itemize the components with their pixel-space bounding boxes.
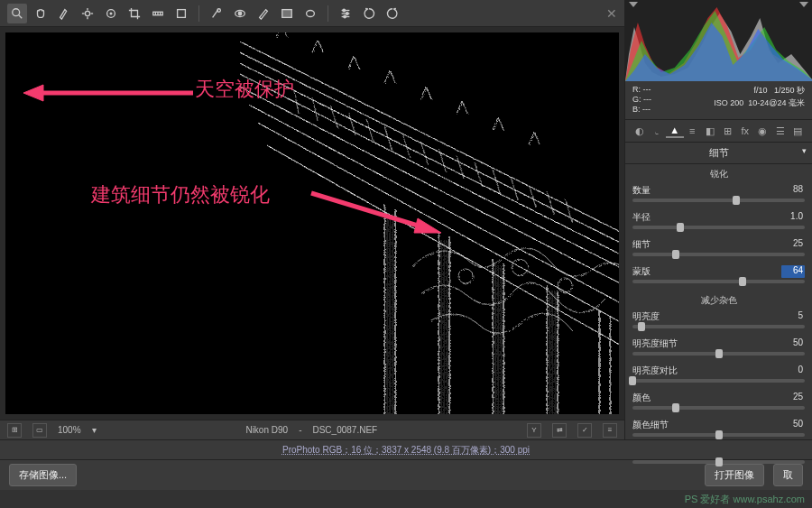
- lum_con-track[interactable]: [632, 379, 805, 383]
- info-readout: R: --- G: --- B: --- f/10 1/250 秒 ISO 20…: [625, 81, 812, 120]
- preferences-tool[interactable]: [336, 4, 355, 23]
- red-eye-tool[interactable]: [230, 4, 250, 23]
- amount-value[interactable]: 88: [781, 184, 805, 197]
- shadow-clip-icon[interactable]: [629, 2, 638, 7]
- luminance-value[interactable]: 5: [781, 310, 805, 323]
- detail-value[interactable]: 25: [781, 238, 805, 251]
- col_smo-thumb[interactable]: [715, 457, 723, 466]
- svg-line-1: [19, 14, 23, 18]
- white-balance-tool[interactable]: [54, 4, 74, 23]
- straighten-tool[interactable]: [148, 4, 168, 23]
- masking-value[interactable]: 64: [781, 265, 805, 278]
- tab-fx-icon[interactable]: fx: [736, 124, 754, 138]
- masking-thumb[interactable]: [739, 277, 746, 286]
- open-image-button[interactable]: 打开图像: [705, 464, 764, 486]
- col_det-track[interactable]: [632, 433, 805, 437]
- targeted-adjustment-tool[interactable]: [101, 4, 121, 23]
- tab-snapshots-icon[interactable]: ▤: [789, 124, 807, 138]
- graduated-filter-tool[interactable]: [277, 4, 297, 23]
- lum_det-value[interactable]: 50: [781, 337, 805, 350]
- luminance-slider[interactable]: 明亮度5: [625, 309, 812, 336]
- col_smo-track[interactable]: [632, 460, 805, 464]
- radius-label: 半径: [632, 211, 651, 224]
- toggle-compare-icon[interactable]: ⇄: [552, 423, 567, 438]
- cancel-button[interactable]: 取: [773, 464, 803, 486]
- spot-removal-tool[interactable]: [207, 4, 226, 23]
- tab-basic-icon[interactable]: ◐: [631, 124, 649, 138]
- view-single-icon[interactable]: ▭: [32, 423, 47, 438]
- tab-presets-icon[interactable]: ☰: [771, 124, 789, 138]
- col_det-label: 颜色细节: [632, 419, 669, 431]
- detail-slider[interactable]: 细节25: [625, 236, 812, 263]
- tab-curve-icon[interactable]: ⦦: [649, 124, 667, 138]
- masking-slider[interactable]: 蒙版64: [625, 263, 812, 291]
- canvas-status-bar: ⊞ ▭ 100%▾ Nikon D90 - DSC_0087.NEF Y ⇄ ✓…: [0, 420, 624, 439]
- panel-tabs: ◐ ⦦ ▲ ≡ ◧ ⊞ fx ◉ ☰ ▤: [625, 120, 812, 143]
- amount-slider[interactable]: 数量88: [625, 182, 812, 209]
- detail-track[interactable]: [632, 253, 805, 256]
- toggle-mark-icon[interactable]: ✓: [577, 423, 592, 438]
- zoom-level[interactable]: 100%: [58, 425, 81, 435]
- svg-point-73: [558, 278, 572, 292]
- color-thumb[interactable]: [672, 403, 679, 412]
- tab-lens-icon[interactable]: ⊞: [719, 124, 737, 138]
- detail-thumb[interactable]: [672, 250, 679, 259]
- svg-line-38: [384, 126, 392, 150]
- svg-line-41: [438, 148, 446, 171]
- adjustment-brush-tool[interactable]: [254, 4, 273, 23]
- view-grid-icon[interactable]: ⊞: [7, 423, 22, 438]
- svg-point-71: [458, 269, 473, 283]
- radius-value[interactable]: 1.0: [781, 211, 805, 224]
- camera-model: Nikon D90: [245, 425, 288, 435]
- masking-track[interactable]: [632, 280, 805, 283]
- svg-line-33: [294, 91, 299, 114]
- rotate-cw-tool[interactable]: [383, 4, 402, 23]
- hand-tool[interactable]: [31, 4, 51, 23]
- crop-tool[interactable]: [125, 4, 144, 23]
- luminance-track[interactable]: [632, 325, 805, 328]
- lum_con-thumb[interactable]: [629, 376, 636, 385]
- histogram[interactable]: [625, 0, 812, 81]
- highlight-clip-icon[interactable]: [799, 2, 808, 7]
- readout-shutter: 1/250 秒: [774, 86, 805, 95]
- lum_det-track[interactable]: [632, 352, 805, 356]
- luminance-thumb[interactable]: [638, 322, 645, 331]
- radius-slider[interactable]: 半径1.0: [625, 209, 812, 236]
- panel-section-title: 细节▾: [625, 143, 812, 164]
- lum_con-slider[interactable]: 明亮度对比0: [625, 363, 812, 390]
- svg-point-14: [217, 8, 221, 12]
- radius-track[interactable]: [632, 226, 805, 229]
- annotation-sky: 天空被保护: [195, 76, 294, 103]
- tab-camera-icon[interactable]: ◉: [754, 124, 772, 138]
- arrow-building: [308, 186, 443, 240]
- zoom-tool[interactable]: [7, 4, 27, 23]
- lum_con-value[interactable]: 0: [781, 365, 805, 377]
- tab-detail-icon[interactable]: ▲: [666, 124, 684, 138]
- toggle-menu-icon[interactable]: ≡: [603, 423, 617, 438]
- lum_det-thumb[interactable]: [715, 349, 723, 358]
- section-menu-icon[interactable]: ▾: [802, 146, 807, 155]
- amount-thumb[interactable]: [733, 196, 740, 205]
- save-image-button[interactable]: 存储图像...: [9, 464, 77, 486]
- toggle-y-icon[interactable]: Y: [527, 423, 541, 438]
- masking-label: 蒙版: [632, 265, 651, 278]
- color-slider[interactable]: 颜色25: [625, 390, 812, 417]
- col_det-value[interactable]: 50: [781, 419, 805, 431]
- color-value[interactable]: 25: [781, 392, 805, 404]
- svg-point-22: [343, 9, 346, 12]
- color-track[interactable]: [632, 406, 805, 410]
- panel-menu-icon[interactable]: ✕: [606, 6, 617, 21]
- col_det-thumb[interactable]: [715, 430, 723, 439]
- transform-tool[interactable]: [171, 4, 191, 23]
- tab-split-icon[interactable]: ◧: [701, 124, 719, 138]
- color-sampler-tool[interactable]: [78, 4, 97, 23]
- readout-r: R: ---: [632, 85, 651, 94]
- radial-filter-tool[interactable]: [300, 4, 320, 23]
- workflow-info-bar[interactable]: ProPhoto RGB；16 位；3837 x 2548 (9.8 百万像素)…: [0, 439, 812, 459]
- rotate-ccw-tool[interactable]: [359, 4, 379, 23]
- tab-hsl-icon[interactable]: ≡: [684, 124, 702, 138]
- radius-thumb[interactable]: [677, 223, 684, 232]
- lum_det-slider[interactable]: 明亮度细节50: [625, 336, 812, 363]
- amount-track[interactable]: [632, 199, 805, 202]
- preview-canvas[interactable]: 天空被保护 建筑细节仍然被锐化: [5, 32, 619, 414]
